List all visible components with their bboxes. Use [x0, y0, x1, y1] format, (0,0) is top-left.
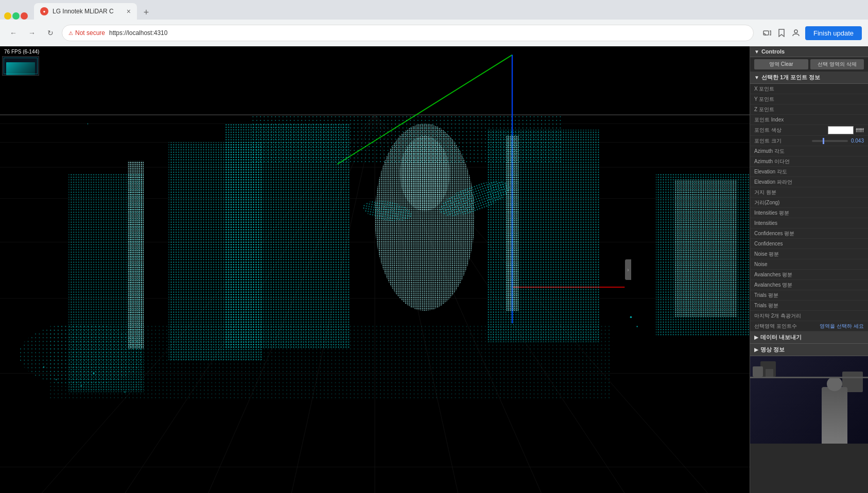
panel-row-label-22: 마지막 2개 측광거리: [754, 312, 864, 320]
panel-row-5: 포인트 크기0.043: [750, 136, 868, 146]
svg-rect-43: [250, 114, 562, 164]
slider-value-5: 0.043: [851, 138, 864, 144]
svg-rect-32: [128, 161, 144, 348]
panel-row-label-9: Elevation 파라언: [754, 179, 864, 186]
minimize-button[interactable]: [4, 12, 11, 20]
tab-close-button[interactable]: ×: [127, 7, 131, 15]
panel-row-label-7: Azimuth 이다언: [754, 158, 864, 165]
panel-row-17: Noise: [750, 259, 868, 270]
svg-rect-44: [50, 323, 612, 398]
panel-row-label-8: Elevation 각도: [754, 168, 864, 175]
main-content: 76 FPS (6-144): [0, 46, 868, 493]
panel-row-10: 거지 원분: [750, 187, 868, 198]
panel-row-21: Trials 평분: [750, 301, 868, 311]
active-tab[interactable]: ● LG Innotek MLiDAR C ×: [34, 3, 137, 20]
size-slider-thumb[interactable]: [823, 138, 824, 144]
url-bar[interactable]: ⚠ Not secure https://localhost:4310: [62, 25, 754, 41]
not-secure-label: Not secure: [75, 29, 105, 37]
url-text: https://localhost:4310: [109, 29, 167, 37]
svg-rect-24: [88, 124, 88, 124]
back-button[interactable]: ←: [6, 26, 21, 40]
panel-row-6: Azimuth 각도: [750, 146, 868, 156]
panel-row-label-6: Azimuth 각도: [754, 148, 864, 155]
panel-row-label-10: 거지 원분: [754, 189, 864, 196]
svg-rect-0: [763, 31, 769, 35]
svg-point-47: [81, 385, 82, 386]
panel-row-label-14: Confidences 평분: [754, 230, 864, 237]
panel-row-13: Intensities: [750, 218, 868, 228]
panel-row-label-2: Z 포인트: [754, 106, 864, 113]
panel-row-label-4: 포인트 색상: [754, 127, 828, 134]
bookmark-button[interactable]: [776, 28, 787, 38]
close-button[interactable]: [21, 12, 28, 20]
video-arrow-icon: ▶: [754, 347, 758, 353]
panel-row-3: 포인트 Index: [750, 115, 868, 125]
finish-update-button[interactable]: Finish update: [805, 26, 862, 40]
video-content: [750, 356, 868, 444]
maximize-button[interactable]: [12, 12, 20, 20]
tab-label: LG Innotek MLiDAR C: [53, 8, 114, 15]
svg-point-49: [124, 392, 125, 393]
panel-row-12: Intensities 평분: [750, 208, 868, 218]
toolbar-right: Finish update: [762, 26, 862, 40]
svg-point-1: [794, 30, 797, 33]
panel-row-label-23: 선택영역 포인트수: [754, 323, 820, 330]
panel-row-14: Confidences 평분: [750, 228, 868, 239]
point-info-section-header[interactable]: ▼ 선택한 1개 포인트 정보: [750, 72, 868, 84]
svg-point-46: [56, 379, 57, 380]
panel-row-label-15: Confidences: [754, 241, 864, 246]
panel-row-label-3: 포인트 Index: [754, 116, 864, 124]
panel-row-label-13: Intensities: [754, 220, 864, 226]
svg-point-50: [630, 316, 632, 318]
svg-rect-42: [674, 180, 737, 317]
video-thumbnail: [750, 356, 868, 444]
point-info-title: 선택한 1개 포인트 정보: [761, 74, 820, 81]
panel-row-label-17: Noise: [754, 261, 864, 267]
export-arrow-icon: ▶: [754, 334, 758, 340]
panel-row-9: Elevation 파라언: [750, 177, 868, 187]
panel-row-20: Trials 평분: [750, 290, 868, 301]
panel-collapse-tab[interactable]: ›: [625, 259, 631, 280]
panel-row-2: Z 포인트: [750, 104, 868, 115]
browser-chrome: ● LG Innotek MLiDAR C × + ← → ↻ ⚠ Not se…: [0, 0, 868, 46]
svg-point-48: [93, 373, 95, 374]
panel-rows-container: X 포인트Y 포인트Z 포인트포인트 Index포인트 색상ffffff포인트 …: [750, 84, 868, 331]
panel-row-15: Confidences: [750, 239, 868, 249]
viewport-3d[interactable]: 76 FPS (6-144): [0, 46, 750, 493]
panel-row-19: Avalanches 명분: [750, 280, 868, 290]
address-bar: ← → ↻ ⚠ Not secure https://localhost:431…: [0, 20, 868, 46]
forward-button[interactable]: →: [25, 26, 39, 40]
panel-row-label-20: Trials 평분: [754, 292, 864, 299]
panel-row-label-12: Intensities 평분: [754, 209, 864, 217]
panel-row-label-0: X 포인트: [754, 85, 864, 93]
controls-section-header[interactable]: ▼ Controls: [750, 46, 868, 57]
export-title: 데이터 내보내기: [760, 333, 802, 341]
panel-row-22: 마지막 2개 측광거리: [750, 311, 868, 321]
right-panel: ▼ Controls 영역 Clear 선택 영역의 삭제 ▼ 선택한 1개 포…: [750, 46, 868, 493]
clear-button[interactable]: 영역 Clear: [754, 59, 808, 69]
panel-highlight-value-23: 영역을 선택하 세요: [820, 323, 864, 330]
point-info-arrow-icon: ▼: [754, 75, 759, 80]
panel-row-label-1: Y 포인트: [754, 96, 864, 103]
tab-favicon: ●: [40, 7, 48, 15]
panel-row-18: Avalanches 평분: [750, 270, 868, 280]
panel-row-label-11: 거리(Zong): [754, 199, 864, 206]
new-tab-button[interactable]: +: [139, 5, 153, 20]
controls-arrow-icon: ▼: [754, 49, 759, 55]
panel-row-label-16: Noise 평분: [754, 251, 864, 258]
color-swatch-4[interactable]: [828, 126, 854, 134]
svg-point-51: [636, 326, 637, 327]
panel-row-11: 거리(Zong): [750, 198, 868, 208]
delete-button[interactable]: 선택 영역의 삭제: [810, 59, 864, 69]
not-secure-indicator: ⚠ Not secure: [68, 29, 105, 37]
profile-button[interactable]: [791, 28, 801, 38]
export-section-header[interactable]: ▶ 데이터 내보내기: [750, 331, 868, 344]
point-cloud-svg: [0, 46, 750, 493]
controls-title: Controls: [761, 48, 785, 55]
refresh-button[interactable]: ↻: [43, 26, 58, 40]
cast-button[interactable]: [762, 28, 772, 38]
panel-row-label-19: Avalanches 명분: [754, 281, 864, 289]
panel-row-1: Y 포인트: [750, 94, 868, 104]
video-section-header[interactable]: ▶ 명상 정보: [750, 344, 868, 356]
video-title: 명상 정보: [760, 346, 785, 354]
